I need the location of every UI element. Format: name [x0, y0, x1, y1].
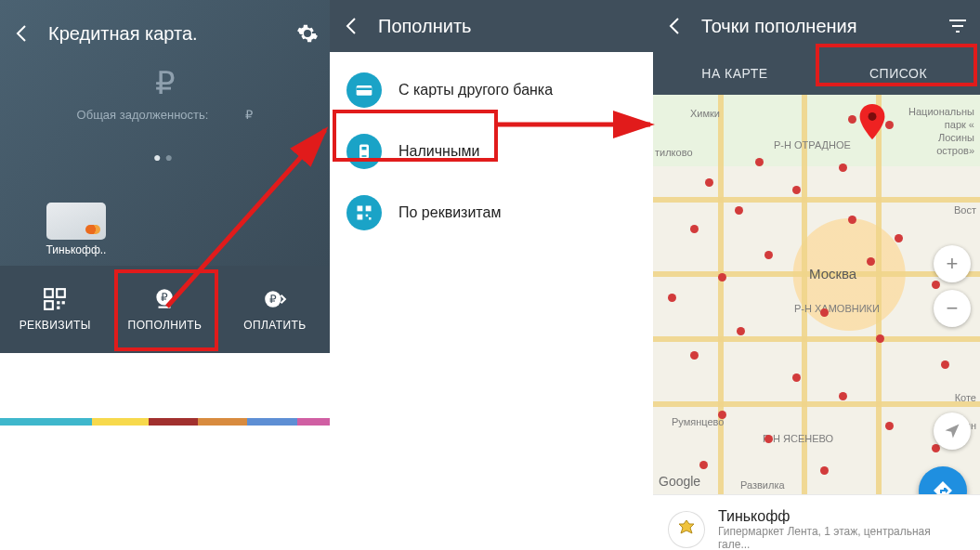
- map-label: Р-Н ЯСЕНЕВО: [763, 433, 833, 444]
- svg-rect-1: [57, 289, 65, 297]
- tutorial-highlight-topup: [114, 269, 218, 351]
- svg-rect-11: [357, 85, 372, 96]
- map-poi[interactable]: [764, 251, 773, 259]
- action-details[interactable]: РЕКВИЗИТЫ: [0, 266, 110, 353]
- category-color-strip: [0, 418, 330, 426]
- svg-rect-3: [57, 301, 59, 304]
- settings-icon[interactable]: [296, 22, 319, 45]
- svg-rect-4: [62, 301, 65, 304]
- map-poi[interactable]: [718, 411, 726, 419]
- map-poi[interactable]: [932, 281, 940, 289]
- card-hero-area: Кредитная карта. ₽ Общая задолженность: …: [0, 0, 330, 266]
- svg-rect-12: [357, 88, 372, 91]
- svg-rect-16: [358, 206, 363, 212]
- map-poi[interactable]: [839, 392, 847, 400]
- locate-me-button[interactable]: [934, 412, 971, 450]
- svg-rect-18: [358, 215, 363, 220]
- map-pin-selected[interactable]: [859, 104, 885, 139]
- map-poi[interactable]: [755, 158, 764, 166]
- back-icon[interactable]: [11, 22, 33, 45]
- option-label: С карты другого банка: [399, 82, 553, 98]
- screen-topup-methods: Пополнить С карты другого банка Наличным…: [330, 0, 653, 427]
- back-icon[interactable]: [664, 15, 686, 37]
- map-poi[interactable]: [718, 273, 726, 282]
- map-poi[interactable]: [699, 461, 708, 469]
- map-label: Р-Н ХАМОВНИКИ: [794, 303, 880, 314]
- map-poi[interactable]: [839, 164, 847, 172]
- map-label: Румянцево: [672, 416, 724, 427]
- map-poi[interactable]: [792, 373, 801, 382]
- svg-rect-19: [366, 215, 369, 217]
- card-thumbnail[interactable]: Тинькофф..: [37, 203, 115, 256]
- partner-logo-icon: [668, 511, 705, 548]
- card-image: [46, 203, 106, 240]
- action-pay[interactable]: ₽ ОПЛАТИТЬ: [220, 266, 330, 353]
- map-label-moscow: Москва: [809, 266, 856, 282]
- map-poi[interactable]: [848, 216, 856, 224]
- action-details-label: РЕКВИЗИТЫ: [20, 319, 91, 332]
- map-poi[interactable]: [737, 327, 745, 335]
- action-pay-label: ОПЛАТИТЬ: [243, 319, 306, 332]
- tab-map[interactable]: НА КАРТЕ: [653, 52, 817, 95]
- svg-rect-17: [366, 206, 372, 212]
- map-poi[interactable]: [895, 234, 903, 242]
- map-poi[interactable]: [764, 435, 773, 443]
- svg-rect-20: [369, 217, 372, 220]
- filter-icon[interactable]: [947, 15, 969, 37]
- tutorial-highlight-list-tab: [816, 44, 977, 86]
- tutorial-highlight-cash: [333, 110, 498, 162]
- qr-icon: [346, 195, 382, 230]
- map-label: парк «: [945, 119, 974, 130]
- map-poi[interactable]: [876, 334, 884, 343]
- svg-rect-5: [57, 307, 59, 309]
- result-address: Гипермаркет Лента, 1 этаж, центральная г…: [718, 525, 965, 550]
- card-icon: [346, 72, 382, 108]
- rouble-small-icon: ₽: [245, 108, 253, 122]
- map-poi[interactable]: [941, 360, 949, 369]
- map-poi[interactable]: [690, 225, 699, 233]
- map-poi[interactable]: [792, 186, 801, 194]
- map-label: Р-Н ОТРАДНОЕ: [774, 139, 851, 151]
- app-header: Кредитная карта.: [0, 11, 330, 56]
- map-label: Национальны: [908, 106, 974, 117]
- svg-text:₽: ₽: [268, 293, 276, 306]
- directions-fab[interactable]: [919, 466, 967, 494]
- map-label: остров»: [936, 145, 974, 156]
- map-poi[interactable]: [820, 466, 829, 475]
- map-poi[interactable]: [668, 294, 676, 302]
- svg-rect-2: [45, 301, 53, 309]
- page-title: Точки пополнения: [701, 16, 932, 37]
- map-poi[interactable]: [885, 121, 894, 129]
- map-poi[interactable]: [867, 257, 875, 266]
- map-label: Вост: [954, 204, 976, 216]
- zoom-out-button[interactable]: −: [934, 290, 971, 327]
- map-poi[interactable]: [932, 444, 940, 452]
- result-name: Тинькофф: [718, 508, 965, 525]
- map-label: тилково: [655, 147, 693, 158]
- result-text: Тинькофф Гипермаркет Лента, 1 этаж, цент…: [718, 508, 965, 550]
- svg-rect-0: [45, 289, 53, 297]
- map-poi[interactable]: [820, 308, 829, 317]
- zoom-in-button[interactable]: +: [934, 245, 971, 282]
- map-poi[interactable]: [885, 422, 894, 430]
- result-card[interactable]: Тинькофф Гипермаркет Лента, 1 этаж, цент…: [653, 494, 980, 550]
- map[interactable]: Химки Национальны парк « Лосины остров» …: [653, 95, 980, 494]
- map-label: Развилка: [740, 479, 785, 491]
- screen-credit-card: Кредитная карта. ₽ Общая задолженность: …: [0, 0, 330, 427]
- balance-area: ₽ Общая задолженность: ₽ ●●: [0, 56, 330, 164]
- app-header: Пополнить: [330, 0, 653, 52]
- option-label: По реквизитам: [399, 204, 501, 221]
- google-attribution: Google: [659, 474, 700, 489]
- map-label: Химки: [690, 108, 720, 119]
- map-label: Лосины: [938, 132, 974, 143]
- option-requisites[interactable]: По реквизитам: [330, 182, 653, 243]
- map-poi[interactable]: [705, 178, 713, 187]
- page-dots[interactable]: ●●: [0, 150, 330, 164]
- back-icon[interactable]: [341, 15, 363, 37]
- map-poi[interactable]: [735, 206, 743, 215]
- page-title: Кредитная карта.: [48, 23, 281, 45]
- card-name: Тинькофф..: [37, 243, 115, 256]
- map-poi[interactable]: [848, 115, 856, 124]
- map-poi[interactable]: [690, 351, 699, 360]
- page-title: Пополнить: [378, 16, 642, 37]
